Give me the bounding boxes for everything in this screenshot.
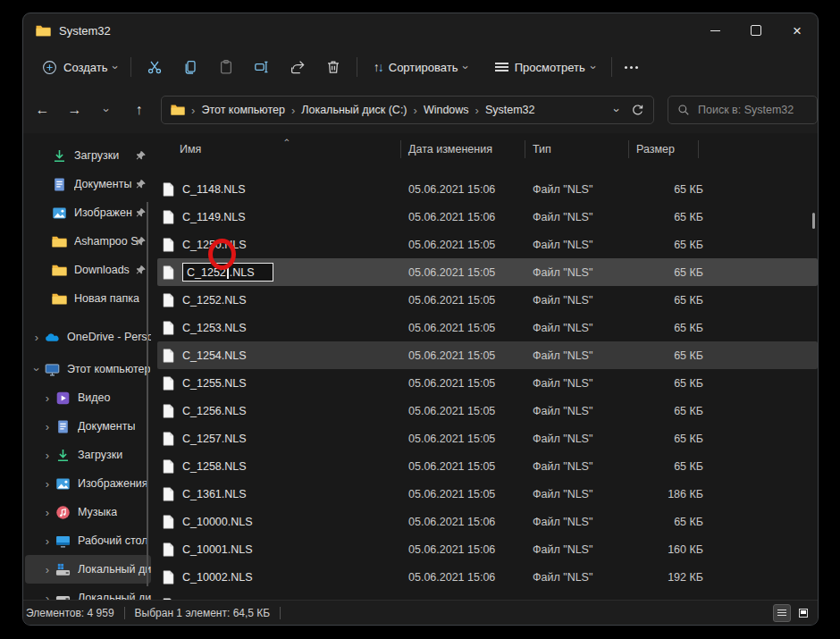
address-row: ← → › ↑ › Этот компьютер › Локальный дис… — [23, 87, 818, 133]
column-header-name[interactable]: Имя — [157, 143, 400, 156]
sidebar-item[interactable]: › Документы — [25, 412, 151, 441]
sidebar-item[interactable]: › Этот компьютер — [25, 355, 151, 383]
window-title: System32 — [59, 24, 111, 38]
pin-icon — [135, 235, 147, 247]
file-row[interactable]: C_1252.NLS C_1252.NLS 05.06.2021 15:05 Ф… — [157, 286, 818, 314]
sidebar-item[interactable]: › OneDrive - Perso — [25, 323, 151, 351]
address-dropdown-icon[interactable]: › — [610, 108, 622, 112]
column-divider[interactable] — [698, 140, 699, 158]
sidebar-item[interactable]: › Локальный ди — [25, 584, 151, 600]
file-row[interactable]: C_1250.NLS C_1252.NLS 05.06.2021 15:05 Ф… — [157, 231, 818, 258]
sidebar-item[interactable]: › Изображен — [25, 198, 151, 227]
expand-chevron-icon[interactable]: › — [39, 564, 55, 576]
minimize-icon — [710, 30, 720, 31]
file-row[interactable]: C_1255.NLS C_1252.NLS 05.06.2021 15:05 Ф… — [157, 369, 818, 397]
expand-chevron-icon[interactable]: › — [39, 392, 55, 404]
sidebar-item-label: Рабочий стол — [78, 534, 147, 547]
file-row[interactable]: C_1149.NLS C_1252.NLS 05.06.2021 15:06 Ф… — [157, 203, 818, 231]
sort-button[interactable]: ↑↓ Сортировать › — [366, 55, 475, 80]
file-date: 05.06.2021 15:06 — [400, 516, 525, 528]
file-name: C_1149.NLS — [182, 211, 246, 223]
sidebar-item[interactable]: › Загрузки — [25, 441, 151, 469]
sidebar-item[interactable]: › Новая папка — [25, 284, 151, 313]
back-button[interactable]: ← — [29, 97, 55, 123]
breadcrumb-bar[interactable]: › Этот компьютер › Локальный диск (C:) ›… — [161, 96, 654, 124]
sidebar-item[interactable]: › Загрузки — [25, 141, 151, 170]
column-divider[interactable] — [525, 140, 525, 158]
details-view-button[interactable] — [773, 604, 791, 622]
expand-chevron-icon[interactable]: › — [39, 450, 55, 461]
up-button[interactable]: ↑ — [126, 97, 152, 123]
sidebar-item[interactable]: › Изображения — [25, 469, 151, 498]
refresh-icon[interactable] — [631, 104, 644, 117]
file-row[interactable]: C_10000.NLS C_1252.NLS 05.06.2021 15:06 … — [157, 508, 818, 535]
file-row[interactable]: C_1253.NLS C_1252.NLS 05.06.2021 15:05 Ф… — [157, 314, 818, 341]
forward-button[interactable]: → — [62, 97, 88, 123]
plus-circle-icon — [42, 60, 57, 75]
file-type: Файл "NLS" — [525, 183, 628, 196]
close-button[interactable]: × — [777, 13, 818, 47]
sidebar-item[interactable]: › Downloads — [25, 256, 151, 284]
folder-icon — [36, 23, 52, 38]
expand-chevron-icon[interactable]: › — [39, 421, 55, 433]
file-row[interactable]: C_1254.NLS C_1252.NLS 05.06.2021 15:05 Ф… — [157, 341, 818, 369]
maximize-button[interactable] — [735, 13, 777, 47]
file-row[interactable]: C_1361.NLS C_1252.NLS 05.06.2021 15:05 Ф… — [157, 480, 818, 508]
file-size: 65 КБ — [628, 183, 705, 196]
toolbar-button[interactable] — [137, 53, 172, 81]
new-button[interactable]: Создать › — [35, 55, 125, 80]
downloads-icon — [52, 148, 67, 164]
toolbar-button[interactable] — [172, 53, 208, 81]
sidebar-item[interactable]: › Локальный ди — [25, 555, 151, 584]
file-name: C_10000.NLS — [182, 516, 253, 528]
column-divider[interactable] — [628, 140, 629, 158]
file-date: 05.06.2021 15:05 — [400, 239, 525, 251]
sidebar-item[interactable]: › Музыка — [25, 498, 151, 526]
expand-chevron-icon[interactable]: › — [39, 507, 55, 518]
toolbar-button[interactable] — [315, 53, 351, 81]
sidebar-item[interactable]: › Документы — [25, 170, 151, 198]
folder-icon — [52, 263, 67, 278]
column-divider[interactable] — [400, 140, 401, 158]
file-row[interactable]: C_1252.NLS 05.06.2021 15:05 Файл "NLS" 6… — [157, 258, 818, 286]
thumbnail-view-button[interactable] — [794, 604, 812, 622]
sidebar-item[interactable]: › Рабочий стол — [25, 526, 151, 555]
file-row[interactable]: C_1148.NLS C_1252.NLS 05.06.2021 15:06 Ф… — [157, 175, 818, 203]
file-list-scrollbar[interactable] — [812, 213, 815, 229]
file-size: 65 КБ — [628, 516, 705, 528]
more-options-button[interactable] — [617, 53, 644, 81]
breadcrumb-item[interactable]: Windows — [424, 104, 469, 116]
file-row[interactable]: C_1256.NLS C_1252.NLS 05.06.2021 15:05 Ф… — [157, 397, 818, 425]
file-row[interactable]: C_1258.NLS C_1252.NLS 05.06.2021 15:05 Ф… — [157, 452, 818, 480]
breadcrumb-item[interactable]: System32 — [485, 104, 535, 116]
file-row[interactable]: C_10002.NLS C_1252.NLS 05.06.2021 15:06 … — [157, 563, 818, 591]
expand-chevron-icon[interactable]: › — [31, 361, 43, 377]
sidebar-item-label: Документы — [78, 420, 135, 433]
toolbar-button[interactable] — [208, 53, 244, 81]
sidebar-scrollbar[interactable] — [147, 202, 148, 586]
column-header-size[interactable]: Размер — [628, 143, 705, 156]
explorer-window: System32 × Создать › — [22, 13, 819, 626]
search-input[interactable]: Поиск в: System32 — [668, 96, 818, 124]
recent-locations-button[interactable]: › — [94, 97, 120, 123]
expand-chevron-icon[interactable]: › — [39, 535, 55, 547]
expand-chevron-icon[interactable]: › — [39, 478, 55, 490]
toolbar-button[interactable] — [244, 53, 280, 81]
command-bar: Создать › — [23, 47, 818, 87]
column-header-type[interactable]: Тип — [525, 143, 628, 156]
column-header-date[interactable]: Дата изменения — [400, 143, 525, 156]
toolbar-button[interactable] — [280, 53, 315, 81]
expand-chevron-icon[interactable]: › — [39, 593, 55, 601]
minimize-button[interactable] — [694, 13, 735, 47]
view-button[interactable]: Просмотреть › — [488, 55, 602, 79]
file-row[interactable]: C_10003.NLS C_1252.NLS 05.06.2021 15:06 … — [157, 591, 818, 600]
file-list-pane: › Имя Дата изменения Тип Размер C_1148.N… — [153, 133, 818, 600]
breadcrumb-item[interactable]: Локальный диск (C:) — [301, 104, 407, 116]
sidebar-item[interactable]: › Ashampoo S — [25, 227, 151, 256]
pin-icon — [135, 178, 147, 189]
expand-chevron-icon[interactable]: › — [29, 332, 45, 343]
file-row[interactable]: C_1257.NLS C_1252.NLS 05.06.2021 15:05 Ф… — [157, 425, 818, 452]
file-row[interactable]: C_10001.NLS C_1252.NLS 05.06.2021 15:06 … — [157, 535, 818, 563]
sidebar-item[interactable]: › Видео — [25, 383, 151, 412]
breadcrumb-item[interactable]: Этот компьютер — [201, 104, 284, 116]
